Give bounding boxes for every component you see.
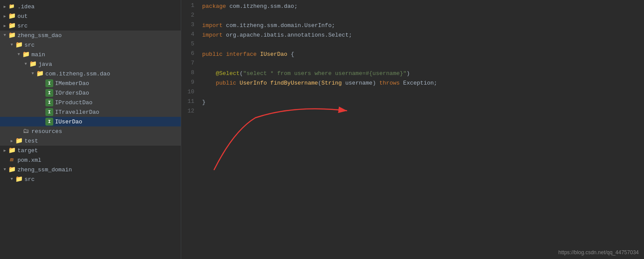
kw-import1: import [202, 22, 223, 29]
type-userinfo: UserInfo [240, 80, 267, 86]
line-num-5: 5 [181, 40, 200, 47]
line-num-2: 2 [181, 11, 200, 18]
tree-label-resources: resources [31, 128, 62, 135]
interface-icon-iuserdao: I [45, 118, 53, 126]
tree-item-test[interactable]: ▶ 📁 test [0, 136, 181, 146]
arrow-out: ▶ [2, 14, 8, 19]
folder-icon-main: 📁 [22, 51, 30, 58]
line-content-11: } [200, 98, 644, 107]
pkg-name: com.itzheng.ssm.dao; [226, 3, 298, 10]
kw-public6: public [202, 51, 223, 58]
sp9a [236, 80, 240, 86]
arrow-zheng-ssm-domain: ▼ [2, 167, 8, 172]
kw-import2: import [202, 32, 223, 38]
code-line-11: 11 } [181, 98, 644, 107]
sp9d: Exception; [400, 80, 437, 86]
line-num-3: 3 [181, 21, 200, 28]
tree-item-resources[interactable]: ▶ 🗂 resources [0, 126, 181, 136]
xml-icon-pomxml: m [8, 156, 16, 164]
folder-icon-src-child: 📁 [15, 41, 23, 49]
folder-icon-zheng-ssm-domain: 📁 [8, 166, 16, 174]
tree-item-zheng-ssm-domain[interactable]: ▼ 📁 zheng_ssm_domain [0, 165, 181, 174]
line-content-9: public UserInfo findByUsername(String us… [200, 78, 644, 88]
tree-label-target: target [17, 147, 38, 154]
line-num-1: 1 [181, 2, 200, 9]
tree-item-iuserdao[interactable]: ▶ I IUserDao [0, 117, 181, 126]
code-lines: 1 package com.itzheng.ssm.dao; 2 3 impor… [181, 2, 644, 117]
space6a [223, 51, 226, 58]
folder-icon-idea: 📁 [8, 3, 16, 10]
tree-item-imemberdao[interactable]: ▶ I IMemberDao [0, 78, 181, 88]
arrow-test: ▶ [9, 139, 15, 143]
arrow-idea: ▶ [2, 4, 8, 9]
code-line-8: 8 @Select("select * from users where use… [181, 69, 644, 78]
tree-item-iordersdao[interactable]: ▶ I IOrdersDao [0, 88, 181, 98]
line-num-11: 11 [181, 98, 200, 105]
folder-icon-java: 📁 [29, 60, 37, 68]
paren8a: ( [240, 70, 243, 77]
code-line-4: 4 import org.apache.ibatis.annotations.S… [181, 31, 644, 40]
watermark: https://blog.csdn.net/qq_44757034 [558, 249, 639, 256]
code-line-5: 5 [181, 40, 644, 50]
tree-label-pomxml: pom.xml [17, 157, 41, 164]
arrow-zheng-ssm-dao: ▼ [2, 33, 8, 37]
tree-item-target[interactable]: ▶ 📁 target [0, 146, 181, 155]
folder-icon-target: 📁 [8, 147, 16, 154]
tree-item-out[interactable]: ▶ 📁 out [0, 11, 181, 21]
interface-icon-itravellerdao: I [45, 108, 53, 116]
tree-label-zheng-ssm-domain: zheng_ssm_domain [17, 167, 72, 173]
tree-item-pomxml[interactable]: ▶ m pom.xml [0, 155, 181, 165]
tree-item-main[interactable]: ▼ 📁 main [0, 50, 181, 59]
import2-pkg: org.apache.ibatis.annotations.Select; [223, 32, 352, 38]
line-content-4: import org.apache.ibatis.annotations.Sel… [200, 31, 644, 40]
interface-icon-imemberdao: I [45, 79, 53, 87]
tree-item-src-child[interactable]: ▼ 📁 src [0, 40, 181, 50]
tree-item-iproductdao[interactable]: ▶ I IProductDao [0, 98, 181, 107]
classname-iuserdao: IUserDao [260, 51, 287, 58]
tree-label-out: out [17, 13, 28, 20]
folder-icon-src-root: 📁 [8, 22, 16, 30]
arrow-package: ▼ [30, 72, 36, 76]
folder-icon-zheng-ssm-dao: 📁 [8, 31, 16, 39]
folder-icon-resources: 🗂 [22, 127, 30, 135]
tree-label-src-child: src [24, 42, 34, 48]
code-line-12: 12 [181, 107, 644, 117]
arrow-java: ▼ [23, 62, 29, 66]
kw-throws: throws [379, 80, 400, 86]
code-line-2: 2 [181, 11, 644, 21]
folder-icon-src-domain: 📁 [15, 175, 23, 183]
arrow-src-child: ▼ [9, 43, 15, 47]
import1-pkg: com.itzheng.ssm.domain.UserInfo; [223, 22, 335, 29]
tree-label-idea: .idea [17, 3, 34, 10]
kw-interface6: interface [226, 51, 257, 58]
tree-item-package[interactable]: ▼ 📁 com.itzheng.ssm.dao [0, 69, 181, 78]
kw-public9: public [216, 80, 236, 86]
code-line-9: 9 public UserInfo findByUsername(String … [181, 78, 644, 88]
folder-icon-out: 📁 [8, 12, 16, 20]
tree-item-java[interactable]: ▼ 📁 java [0, 59, 181, 69]
code-editor: 1 package com.itzheng.ssm.dao; 2 3 impor… [181, 0, 644, 259]
line-num-9: 9 [181, 78, 200, 85]
line-num-8: 8 [181, 69, 200, 76]
line-num-7: 7 [181, 59, 200, 66]
tree-item-itravellerdao[interactable]: ▶ I ITravellerDao [0, 107, 181, 117]
tree-label-src-domain: src [24, 176, 34, 183]
line-num-6: 6 [181, 50, 200, 57]
tree-item-src-root[interactable]: ▶ 📁 src [0, 21, 181, 31]
line-content-1: package com.itzheng.ssm.dao; [200, 2, 644, 11]
interface-icon-iproductdao: I [45, 99, 53, 106]
kw-package: package [202, 3, 226, 10]
line-content-3: import com.itzheng.ssm.domain.UserInfo; [200, 21, 644, 31]
file-tree[interactable]: ▶ 📁 .idea ▶ 📁 out ▶ 📁 src ▼ 📁 zheng_ssm_… [0, 0, 181, 259]
tree-item-idea[interactable]: ▶ 📁 .idea [0, 2, 181, 11]
code-line-1: 1 package com.itzheng.ssm.dao; [181, 2, 644, 11]
tree-label-src-root: src [17, 23, 28, 29]
tree-label-itravellerdao: ITravellerDao [55, 109, 99, 116]
paren8b: ) [406, 70, 410, 77]
tree-item-src-domain[interactable]: ▼ 📁 src [0, 174, 181, 184]
tree-label-main: main [31, 51, 45, 58]
sp9b [267, 80, 270, 86]
tree-item-zheng-ssm-dao[interactable]: ▼ 📁 zheng_ssm_dao [0, 31, 181, 40]
string-select: "select * from users where username=#{us… [243, 70, 406, 77]
folder-icon-package: 📁 [36, 70, 44, 78]
